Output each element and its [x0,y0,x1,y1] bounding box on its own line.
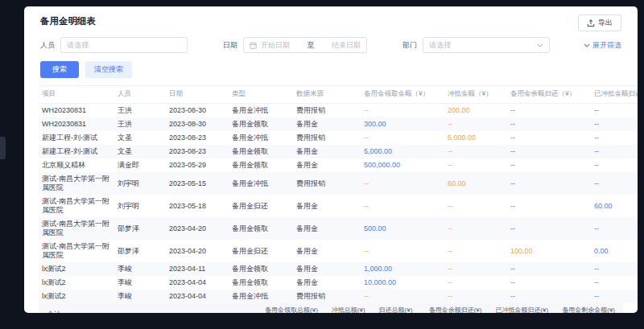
date-range-input[interactable]: 开始日期 至 结束日期 [243,37,367,53]
table-cell: 测试-南昌大学第一附属医院 [39,195,114,217]
table-cell: -- [507,276,591,290]
date-filter-label: 日期 [223,40,237,51]
table-cell: 文圣 [114,131,166,145]
summary-item-label: 备用金领取总额(¥) [265,306,318,313]
table-cell: 2023-05-15 [166,172,229,195]
action-bar: 搜索 清空搜索 [24,55,638,85]
table-cell: 0.00 [591,240,638,262]
table-row[interactable]: 北京顺义精林满金郎2023-05-29备用金领取备用金500,000.00---… [39,158,638,172]
table-row[interactable]: lx测试2李峻2023-04-11备用金领取备用金1,000.00------ [39,262,638,276]
table-cell: 邵梦泽 [114,217,166,240]
table-cell: 2023-04-20 [166,217,229,240]
table-cell: -- [361,195,444,217]
person-select-input[interactable] [60,37,188,53]
table-cell: lx测试2 [39,290,114,303]
sidebar-handle[interactable] [0,137,6,159]
table-cell: -- [444,117,507,131]
table-cell: 备用金 [293,195,361,217]
export-label: 导出 [598,18,613,28]
table-cell: -- [444,195,507,217]
table-cell: -- [591,172,638,195]
table-cell: 王洪 [114,104,166,118]
table-header-row: 项目人员日期类型数据来源备用金领取金额（¥）冲抵金额（¥）备用金余额归还（¥）已… [39,86,638,104]
table-cell: -- [507,195,591,217]
table-cell: 60.00 [591,195,638,217]
table-cell: 备用金 [293,117,361,131]
table-cell: -- [507,145,591,158]
summary-label: 合计 [43,310,61,314]
table-cell: 1,000.00 [361,262,444,276]
calendar-icon [250,42,257,49]
date-end-placeholder: 结束日期 [319,40,361,51]
clear-search-button[interactable]: 清空搜索 [85,61,132,78]
table-cell: -- [444,217,507,240]
table-cell: 李峻 [114,262,166,276]
table-row[interactable]: 新建工程-刘-测试文圣2023-08-23备用金冲抵费用报销--5,000.00… [39,131,638,145]
table-cell: 王洪 [114,117,166,131]
column-header: 已冲抵金额归还（¥） [591,86,638,104]
table-cell: 测试-南昌大学第一附属医院 [39,240,114,262]
table-cell: lx测试2 [39,276,114,290]
table-row[interactable]: 新建工程-刘-测试文圣2023-08-23备用金领取备用金5,000.00---… [39,145,638,158]
table-cell: 2023-05-29 [166,158,229,172]
table-cell: -- [507,117,591,131]
summary-item: 备用金剩余金额(¥)5,749,019.56 [562,306,615,313]
table-cell: 测试-南昌大学第一附属医院 [39,172,114,195]
table-cell: -- [507,158,591,172]
table-row[interactable]: 测试-南昌大学第一附属医院刘宇明2023-05-18备用金归还备用金------… [39,195,638,217]
table-cell: 备用金 [293,240,361,262]
table-cell: 2023-04-20 [166,240,229,262]
table-cell: 满金郎 [114,158,166,172]
column-header: 冲抵金额（¥） [444,86,507,104]
column-header: 项目 [39,86,114,104]
table-cell: 刘宇明 [114,172,166,195]
table-cell: 备用金 [293,262,361,276]
table-cell: 测试-南昌大学第一附属医院 [39,217,114,240]
table-row[interactable]: 测试-南昌大学第一附属医院邵梦泽2023-04-20备用金归还备用金----10… [39,240,638,262]
table-cell: WH20230831 [39,104,114,118]
table-cell: -- [444,145,507,158]
summary-item: 备用金领取总额(¥)5,953,501.56 [265,306,318,313]
table-cell: 300.00 [361,117,444,131]
table-cell: 5,000.00 [444,131,507,145]
export-button[interactable]: 导出 [578,14,621,31]
table-row[interactable]: lx测试2李峻2023-04-04备用金领取备用金10,000.00------ [39,276,638,290]
expand-filters-label: 展开筛选 [592,40,621,51]
column-header: 人员 [114,86,166,104]
table-row[interactable]: lx测试2李峻2023-04-04备用金冲抵费用报销-------- [39,290,638,303]
table-cell: 新建工程-刘-测试 [39,145,114,158]
department-select[interactable]: 请选择 [423,37,550,53]
table-cell: -- [591,217,638,240]
table-cell: 2023-08-23 [166,145,229,158]
table-body: WH20230831王洪2023-08-30备用金冲抵费用报销--200.00-… [39,104,638,304]
table-row[interactable]: 测试-南昌大学第一附属医院刘宇明2023-05-15备用金冲抵费用报销--60.… [39,172,638,195]
filter-bar: 人员 日期 开始日期 至 结束日期 部门 请选择 [24,31,638,55]
table-cell: -- [507,262,591,276]
table-cell: 60.00 [444,172,507,195]
expand-filters-link[interactable]: 展开筛选 [584,40,621,51]
table-row[interactable]: WH20230831王洪2023-08-30备用金领取备用金300.00----… [39,117,638,131]
table-cell: 备用金 [293,217,361,240]
date-filter: 日期 开始日期 至 结束日期 [223,37,367,53]
table-cell: 备用金领取 [229,217,293,240]
department-filter-label: 部门 [402,40,417,51]
table-cell: 备用金领取 [229,117,293,131]
search-button[interactable]: 搜索 [40,61,79,78]
table-cell: 2023-08-23 [166,131,229,145]
table-cell: 2023-04-04 [166,276,229,290]
table-row[interactable]: WH20230831王洪2023-08-30备用金冲抵费用报销--200.00-… [39,104,638,118]
table-cell: -- [507,131,591,145]
table-cell: 备用金归还 [229,195,293,217]
table-cell: -- [507,217,591,240]
table-cell: -- [444,158,507,172]
table-cell: -- [444,262,507,276]
table-cell: 备用金 [293,276,361,290]
table-cell: 费用报销 [293,172,361,195]
table-cell: -- [444,276,507,290]
column-header: 数据来源 [293,86,361,104]
table-row[interactable]: 测试-南昌大学第一附属医院邵梦泽2023-04-20备用金领取备用金500.00… [39,217,638,240]
person-filter: 人员 [40,37,188,53]
summary-item: 冲抵总额(¥)43,601.30 [332,306,365,313]
table-cell: 5,000.00 [361,145,444,158]
table-cell: 备用金领取 [229,145,293,158]
